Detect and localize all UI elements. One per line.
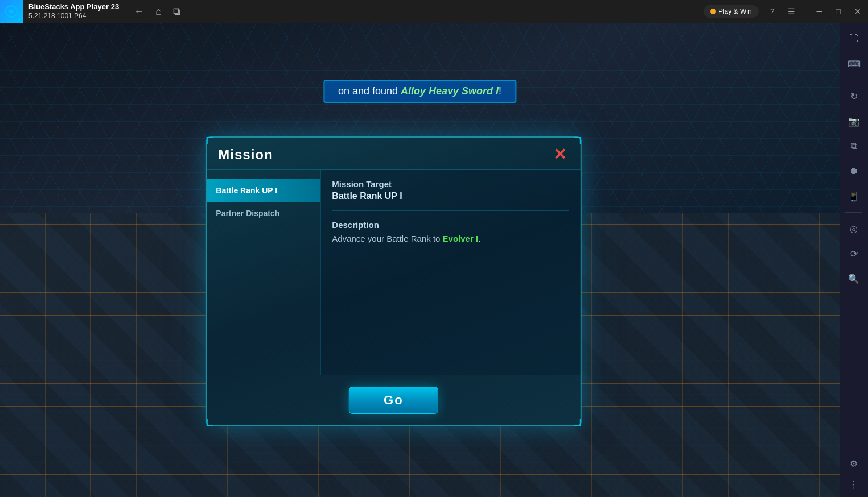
description-prefix: Advance your Battle Rank to [332,234,442,243]
keyboard-icon[interactable]: ⌨ [842,52,865,75]
titlebar: BlueStacks App Player 23 5.21.218.1001 P… [0,0,868,23]
play-win-label: Play & Win [718,7,752,15]
description-highlight: Evolver I [443,234,479,243]
notification-prefix: on and found [338,85,401,97]
corner-tl [206,137,213,144]
mission-target-section: Mission Target Battle Rank UP I [332,179,569,211]
notification-banner: on and found Alloy Heavy Sword I! [323,80,516,103]
app-name: BlueStacks App Player 23 [28,2,119,12]
corner-bl [206,419,213,426]
search-icon[interactable]: 🔍 [842,267,865,290]
mission-description-label: Description [332,220,569,230]
play-win-dot [710,9,716,14]
mission-detail-panel: Mission Target Battle Rank UP I Descript… [320,170,580,375]
notification-item: Alloy Heavy Sword I [401,85,499,97]
mission-description-section: Description Advance your Battle Rank to … [332,220,569,246]
target-icon[interactable]: ◎ [842,217,865,240]
go-button[interactable]: Go [349,387,438,414]
phone-icon[interactable]: 📱 [842,185,865,208]
corner-br [574,419,581,426]
minimize-button[interactable]: ─ [810,0,829,23]
corner-tr [574,137,581,144]
mission-list-item-battle-rank[interactable]: Battle Rank UP I [207,179,320,202]
titlebar-right-icons: ? ☰ [763,2,801,20]
svg-marker-1 [9,9,15,14]
app-version: 5.21.218.1001 P64 [28,12,119,21]
mission-list-item-partner-dispatch[interactable]: Partner Dispatch [207,202,320,225]
back-button[interactable]: ← [130,3,147,20]
sidebar-divider-2 [845,212,862,213]
go-button-container: Go [207,375,580,425]
record-icon[interactable]: ⏺ [842,160,865,183]
notification-suffix: ! [499,85,501,97]
home-button[interactable]: ⌂ [152,3,165,20]
mission-dialog-title: Mission [218,147,273,163]
mission-list-panel: Battle Rank UP I Partner Dispatch [207,170,320,375]
more-dots: ··· [848,478,860,492]
window-controls: ─ □ ✕ [810,0,868,23]
mission-target-label: Mission Target [332,179,569,189]
gear-icon[interactable]: ⚙ [842,453,865,475]
mission-description-text: Advance your Battle Rank to Evolver I. [332,232,569,246]
mission-item-label-1: Partner Dispatch [216,209,279,218]
app-info: BlueStacks App Player 23 5.21.218.1001 P… [23,2,125,20]
sidebar-gear-container: ⚙ [842,453,865,475]
camera-icon[interactable]: 📷 [842,110,865,132]
titlebar-nav: ← ⌂ ⧉ [130,3,184,20]
maximize-button[interactable]: □ [829,0,848,23]
app-logo [0,0,23,23]
right-sidebar: ⛶ ⌨ ↻ 📷 ⧉ ⏺ 📱 ◎ ⟳ 🔍 ⚙ ··· [840,23,868,497]
description-suffix: . [478,234,480,243]
sidebar-divider-3 [845,295,862,295]
game-area: on and found Alloy Heavy Sword I! Missio… [0,23,840,497]
sidebar-divider-1 [845,80,862,80]
refresh-icon[interactable]: ⟳ [842,242,865,265]
mission-dialog-header: Mission ✕ [207,138,580,170]
play-win-button[interactable]: Play & Win [704,5,759,18]
mission-dialog-body: Battle Rank UP I Partner Dispatch Missio… [207,170,580,375]
mission-target-value: Battle Rank UP I [332,191,569,201]
mission-item-label-0: Battle Rank UP I [216,186,277,195]
expand-icon[interactable]: ⛶ [842,27,865,50]
close-button[interactable]: ✕ [848,0,868,23]
help-button[interactable]: ? [763,2,781,20]
layers-icon[interactable]: ⧉ [842,135,865,158]
mission-dialog: Mission ✕ Battle Rank UP I Partner Dispa… [205,136,581,426]
rotate-icon[interactable]: ↻ [842,85,865,107]
tabs-button[interactable]: ⧉ [170,3,184,20]
menu-button[interactable]: ☰ [783,2,801,20]
mission-close-button[interactable]: ✕ [551,147,569,163]
